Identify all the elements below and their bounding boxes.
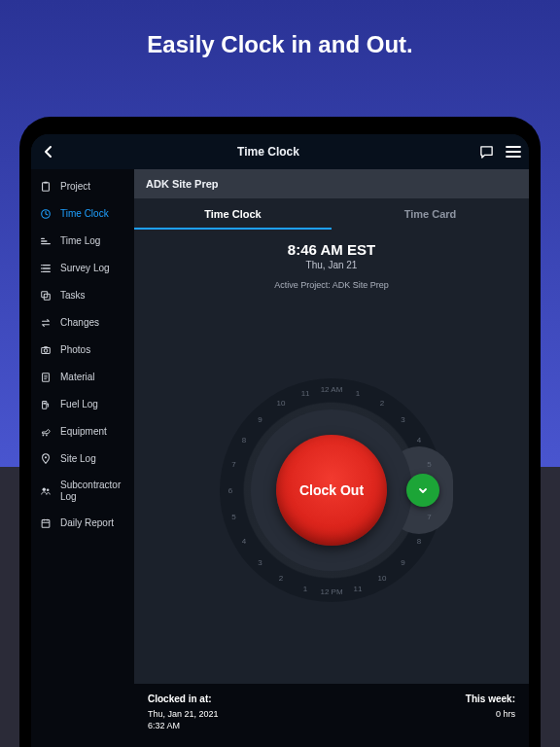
dial-hour-label: 2 (380, 399, 384, 408)
svg-point-13 (45, 456, 47, 458)
tab-time-card[interactable]: Time Card (332, 198, 529, 230)
equipment-icon (39, 425, 52, 439)
dial-hour-label: 4 (417, 436, 421, 445)
dial-hour-label: 11 (353, 584, 362, 592)
sidebar-item-label: Site Log (60, 453, 126, 465)
svg-rect-7 (44, 346, 47, 348)
svg-rect-16 (42, 520, 50, 528)
week-label: This week: (466, 694, 515, 704)
footer-summary: Clocked in at: Thu, Jan 21, 2021 6:32 AM… (134, 684, 529, 747)
svg-rect-10 (43, 403, 46, 405)
current-time: 8:46 AM EST (134, 241, 529, 258)
sidebar-item-label: Subcontractor Log (60, 480, 126, 503)
sidebar-item-label: Changes (60, 317, 126, 329)
dial-hour-label: 5 (231, 513, 235, 521)
dial-hour-label: 11 (301, 388, 310, 397)
clock-out-button[interactable]: Clock Out (276, 435, 387, 546)
sidebar-item-label: Fuel Log (60, 399, 126, 410)
sidebar: Project Time Clock Time Log Survey Log T (31, 169, 134, 747)
sidebar-item-tasks[interactable]: Tasks (31, 282, 134, 309)
sidebar-item-label: Time Clock (60, 208, 126, 220)
clock-dial: 12 AM123456789101112 PM1234567891011 Clo… (220, 378, 443, 602)
dial-hour-label: 3 (258, 557, 262, 566)
svg-point-15 (47, 488, 50, 491)
svg-point-12 (46, 435, 48, 437)
sidebar-item-label: Survey Log (60, 263, 126, 274)
tab-time-clock[interactable]: Time Clock (134, 198, 332, 230)
sidebar-item-site-log[interactable]: Site Log (31, 445, 134, 473)
fuel-icon (39, 398, 52, 411)
bars-icon (39, 234, 52, 248)
dial-hour-label: 3 (401, 414, 404, 423)
dial-hour-label: 7 (231, 460, 235, 469)
calendar-icon (39, 516, 52, 530)
sidebar-item-photos[interactable]: Photos (31, 337, 134, 364)
chat-icon[interactable] (478, 144, 494, 160)
sidebar-item-label: Daily Report (60, 517, 126, 529)
dial-hour-label: 1 (303, 584, 307, 592)
sidebar-item-label: Equipment (60, 426, 126, 438)
page-title: Time Clock (64, 145, 472, 159)
dial-hour-label: 9 (401, 557, 404, 566)
expand-button[interactable] (406, 474, 439, 507)
sidebar-item-material[interactable]: Material (31, 364, 134, 391)
back-button[interactable] (39, 145, 58, 159)
sidebar-item-changes[interactable]: Changes (31, 309, 134, 337)
marketing-headline: Easily Clock in and Out. (0, 31, 560, 58)
sidebar-item-subcontractor-log[interactable]: Subcontractor Log (31, 473, 134, 510)
dial-hour-label: 10 (277, 399, 286, 408)
sidebar-item-fuel-log[interactable]: Fuel Log (31, 391, 134, 418)
dial-hour-label: 8 (417, 537, 421, 546)
dial-hour-label: 7 (427, 513, 431, 521)
dial-hour-label: 9 (258, 414, 262, 423)
dial-hour-label: 8 (242, 436, 246, 445)
navbar: Time Clock (31, 134, 529, 169)
dial-hour-label: 1 (356, 388, 360, 397)
tabs: Time Clock Time Card (134, 198, 529, 230)
sidebar-item-label: Project (60, 181, 126, 193)
clipboard-icon (39, 180, 52, 194)
current-date: Thu, Jan 21 (134, 260, 529, 270)
menu-icon[interactable] (506, 144, 521, 160)
svg-rect-0 (43, 183, 50, 192)
dial-hour-label: 10 (378, 574, 387, 583)
camera-icon (39, 343, 52, 357)
active-project: Active Project: ADK Site Prep (134, 280, 529, 290)
dial-hour-label: 4 (242, 537, 246, 546)
sidebar-item-label: Tasks (60, 290, 126, 302)
sidebar-item-project[interactable]: Project (31, 173, 134, 200)
people-icon (39, 484, 52, 498)
svg-point-14 (43, 488, 46, 491)
svg-rect-9 (43, 402, 47, 409)
clock-icon (39, 207, 52, 221)
sidebar-item-label: Photos (60, 344, 126, 356)
list-icon (39, 262, 52, 275)
dial-hour-label: 6 (228, 486, 232, 495)
sidebar-item-daily-report[interactable]: Daily Report (31, 510, 134, 537)
week-hours: 0 hrs (466, 708, 515, 720)
svg-point-6 (44, 349, 47, 352)
document-icon (39, 371, 52, 384)
clocked-in-date: Thu, Jan 21, 2021 (148, 708, 219, 720)
pin-icon (39, 452, 52, 466)
chevron-down-icon (417, 484, 429, 496)
sidebar-item-time-log[interactable]: Time Log (31, 228, 134, 255)
sidebar-item-equipment[interactable]: Equipment (31, 418, 134, 445)
sidebar-item-label: Time Log (60, 235, 126, 247)
dial-hour-label: 5 (427, 460, 431, 469)
svg-point-11 (43, 435, 45, 437)
clocked-in-label: Clocked in at: (148, 694, 219, 704)
dial-hour-label: 12 AM (321, 385, 343, 394)
stack-icon (39, 289, 52, 302)
swap-icon (39, 316, 52, 330)
sidebar-item-time-clock[interactable]: Time Clock (31, 200, 134, 228)
project-bar[interactable]: ADK Site Prep (134, 169, 529, 198)
dial-hour-label: 12 PM (320, 587, 342, 596)
clocked-in-time: 6:32 AM (148, 720, 219, 731)
sidebar-item-survey-log[interactable]: Survey Log (31, 255, 134, 282)
sidebar-item-label: Material (60, 372, 126, 383)
svg-rect-1 (44, 182, 47, 184)
dial-hour-label: 2 (279, 574, 283, 583)
